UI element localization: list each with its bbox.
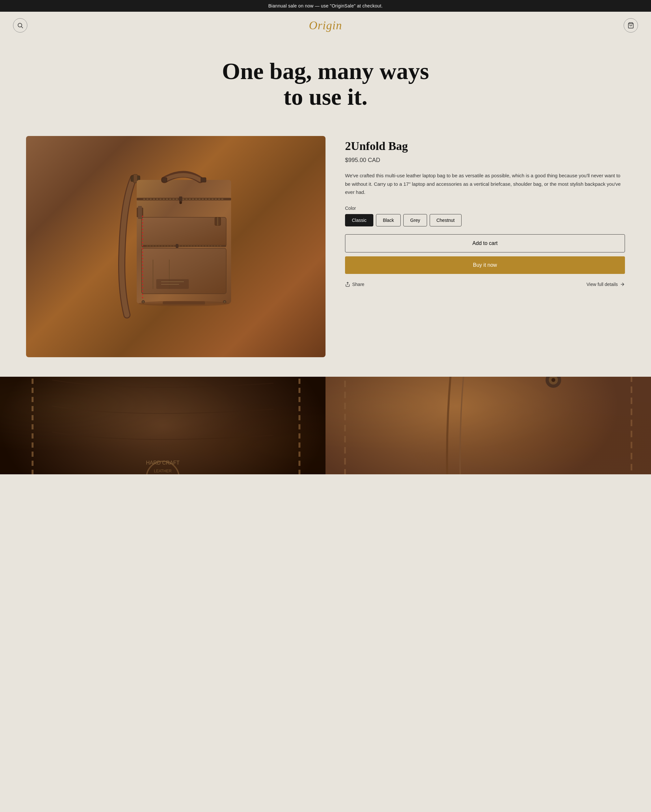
header-left	[13, 18, 28, 32]
color-grey-button[interactable]: Grey	[403, 214, 427, 226]
bag-illustration	[114, 152, 238, 341]
svg-point-0	[18, 23, 22, 27]
announcement-bar: Biannual sale on now — use "OriginSale" …	[0, 0, 651, 12]
header-center: Origin	[309, 18, 342, 32]
svg-rect-16	[142, 245, 226, 247]
bottom-image-right	[326, 377, 651, 474]
leather-texture-right	[326, 377, 651, 474]
add-to-cart-button[interactable]: Add to cart	[345, 234, 625, 252]
product-section: 2Unfold Bag $995.00 CAD We've crafted th…	[0, 123, 651, 377]
share-link[interactable]: Share	[345, 282, 364, 287]
color-label: Color	[345, 206, 625, 211]
bottom-image-left: HARD CRAFT LEATHER	[0, 377, 326, 474]
svg-rect-11	[179, 197, 182, 202]
hero-heading: One bag, many ways to use it.	[195, 58, 456, 110]
product-price: $995.00 CAD	[345, 157, 625, 163]
svg-rect-22	[156, 279, 189, 289]
price-label: $995.00 CAD	[345, 157, 380, 163]
leather-texture-left	[0, 377, 326, 474]
product-description: We've crafted this multi-use leather lap…	[345, 171, 625, 197]
svg-rect-8	[201, 178, 206, 182]
svg-rect-14	[138, 206, 142, 219]
product-details: 2Unfold Bag $995.00 CAD We've crafted th…	[345, 136, 625, 287]
cart-icon	[628, 22, 634, 29]
arrow-right-icon	[620, 282, 625, 287]
color-chestnut-button[interactable]: Chestnut	[429, 214, 462, 226]
color-options: Classic Black Grey Chestnut	[345, 214, 625, 226]
color-classic-button[interactable]: Classic	[345, 214, 373, 226]
header: Origin	[0, 12, 651, 39]
svg-rect-18	[176, 244, 178, 248]
logo[interactable]: Origin	[309, 18, 342, 32]
svg-point-12	[179, 201, 182, 204]
search-icon	[17, 22, 23, 29]
svg-rect-7	[162, 178, 167, 182]
color-section: Color Classic Black Grey Chestnut	[345, 206, 625, 226]
cart-button[interactable]	[623, 18, 638, 32]
product-actions: Share View full details	[345, 282, 625, 287]
buy-now-button[interactable]: Buy it now	[345, 256, 625, 274]
share-icon	[345, 282, 350, 287]
svg-rect-15	[142, 217, 226, 247]
svg-line-1	[21, 27, 23, 28]
hero-section: One bag, many ways to use it.	[0, 39, 651, 123]
announcement-text: Biannual sale on now — use "OriginSale" …	[268, 3, 383, 8]
color-black-button[interactable]: Black	[376, 214, 401, 226]
bag-svg-container	[26, 136, 326, 357]
view-full-details-link[interactable]: View full details	[587, 282, 625, 287]
header-right	[623, 18, 638, 32]
product-image-container	[26, 136, 326, 357]
product-image	[26, 136, 326, 357]
svg-point-33	[138, 301, 229, 306]
svg-rect-4	[133, 174, 138, 183]
search-button[interactable]	[13, 18, 28, 32]
product-title: 2Unfold Bag	[345, 139, 625, 153]
bottom-images: HARD CRAFT LEATHER	[0, 377, 651, 474]
